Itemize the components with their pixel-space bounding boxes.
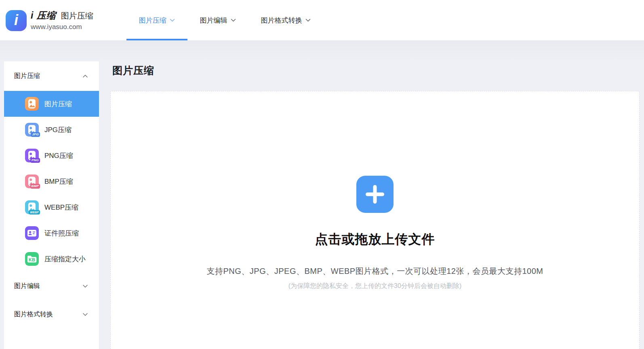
jpg-compress-icon: JPG [25,123,39,137]
nav-item-label: 图片压缩 [139,16,166,25]
kb-label: KB [29,257,36,262]
chevron-down-icon [83,285,88,288]
brand-logo[interactable]: i i 压缩 图片压缩 www.iyasuo.com [0,0,93,40]
sidebar-item-label: JPG压缩 [44,125,72,135]
sidebar-group-format-convert[interactable]: 图片格式转换 [4,300,99,328]
sidebar-item-jpg-compress[interactable]: JPG JPG压缩 [4,117,99,143]
brand-name: i 压缩 [31,9,56,22]
chevron-down-icon [305,19,311,22]
sidebar-group-image-compress[interactable]: 图片压缩 [4,61,99,91]
upload-privacy-note: (为保障您的隐私安全，您上传的文件30分钟后会被自动删除) [288,282,461,290]
webp-compress-icon: WEBP [25,200,39,214]
sidebar-group-label: 图片压缩 [14,72,40,80]
sidebar-item-png-compress[interactable]: PNG PNG压缩 [4,143,99,168]
id-photo-icon [25,226,39,240]
plus-upload-icon[interactable] [356,176,394,213]
sidebar-group-label: 图片格式转换 [14,310,53,319]
top-navigation: 图片压缩 图片编辑 图片格式转换 [126,0,323,40]
sidebar-group-image-edit[interactable]: 图片编辑 [4,272,99,300]
sidebar-item-bmp-compress[interactable]: BMP BMP压缩 [4,168,99,194]
format-badge: PNG [30,158,40,163]
bmp-compress-icon: BMP [25,174,39,188]
format-badge: JPG [31,132,40,137]
sidebar-group-label: 图片编辑 [14,282,40,290]
brand-url: www.iyasuo.com [31,23,93,31]
sidebar-item-label: PNG压缩 [44,151,73,160]
sidebar: 图片压缩 图片压缩 JPG JPG压缩 [4,61,99,349]
sidebar-item-label: 图片压缩 [44,99,72,109]
chevron-down-icon [83,313,88,316]
image-compress-icon [25,97,39,111]
nav-item-image-compress[interactable]: 图片压缩 [126,0,187,40]
upload-dropzone[interactable]: 点击或拖放上传文件 支持PNG、JPG、JPEG、BMP、WEBP图片格式，一次… [110,91,640,349]
sidebar-item-id-photo-compress[interactable]: 证件照压缩 [4,220,99,246]
logo-letter: i [14,13,18,27]
format-badge: WEBP [29,210,40,214]
sidebar-item-label: BMP压缩 [44,177,73,186]
chevron-down-icon [170,19,175,22]
nav-item-label: 图片格式转换 [261,16,302,25]
top-header: i i 压缩 图片压缩 www.iyasuo.com 图片压缩 图片编辑 图片格… [0,0,644,40]
sidebar-item-label: 证件照压缩 [44,229,79,238]
nav-item-image-edit[interactable]: 图片编辑 [187,0,248,40]
page-title: 图片压缩 [112,64,154,77]
nav-item-label: 图片编辑 [200,16,227,25]
chevron-up-icon [83,75,88,78]
sidebar-item-image-compress[interactable]: 图片压缩 [4,91,99,117]
kb-folder-icon: KB [25,252,39,266]
chevron-down-icon [231,19,236,22]
brand-text: i 压缩 图片压缩 www.iyasuo.com [31,9,93,31]
upload-heading: 点击或拖放上传文件 [315,231,435,248]
sidebar-item-label: 压缩指定大小 [44,254,86,264]
format-badge: BMP [30,184,40,189]
sidebar-item-compress-to-size[interactable]: KB 压缩指定大小 [4,246,99,272]
upload-formats-info: 支持PNG、JPG、JPEG、BMP、WEBP图片格式，一次可以处理12张，会员… [207,266,543,277]
png-compress-icon: PNG [25,149,39,162]
logo-icon: i [6,10,27,31]
sidebar-item-webp-compress[interactable]: WEBP WEBP压缩 [4,194,99,220]
nav-item-format-convert[interactable]: 图片格式转换 [248,0,323,40]
sidebar-item-label: WEBP压缩 [44,203,78,212]
brand-subtitle: 图片压缩 [61,11,93,21]
